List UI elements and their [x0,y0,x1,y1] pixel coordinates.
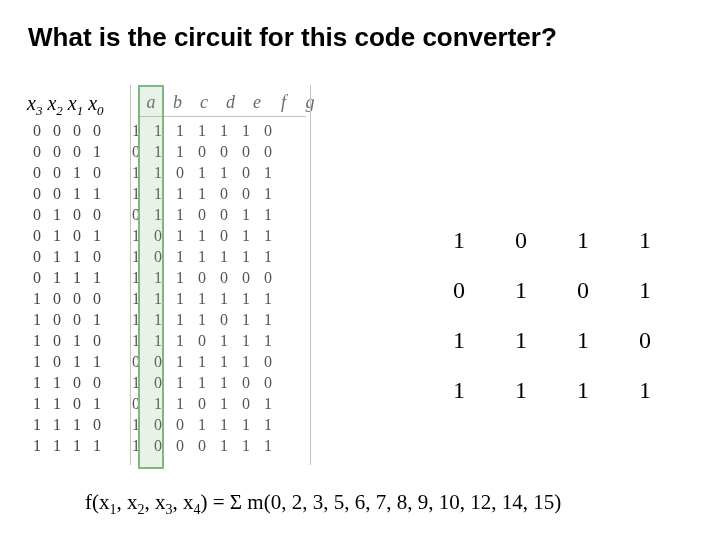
output-bit: 0 [125,351,147,372]
input-bit: 1 [67,162,87,183]
input-bit: 1 [67,414,87,435]
table-row: 11101001111 [27,414,279,435]
output-bit: 1 [169,183,191,204]
table-row: 10101110111 [27,330,279,351]
output-bit: 1 [235,288,257,309]
input-bit: 0 [67,204,87,225]
input-bit: 0 [47,120,67,141]
output-bit: 1 [147,183,169,204]
output-bit: 0 [213,204,235,225]
output-bit: 0 [257,351,279,372]
output-bit: 1 [169,309,191,330]
input-bit: 1 [27,288,47,309]
col-f: f [273,92,295,113]
input-bit: 1 [87,141,107,162]
page-title: What is the circuit for this code conver… [28,22,557,53]
input-bit: 1 [47,246,67,267]
col-e: e [246,92,268,113]
output-bit: 1 [257,414,279,435]
kmap-cell: 0 [552,265,614,315]
output-bit: 1 [125,267,147,288]
table-row: 01000110011 [27,204,279,225]
output-bit: 0 [257,141,279,162]
output-bit: 1 [191,414,213,435]
output-bit: 1 [235,225,257,246]
col-b: b [167,92,189,113]
output-bit: 0 [191,267,213,288]
table-row: 10001111111 [27,288,279,309]
input-bit: 0 [87,246,107,267]
kmap-cell: 1 [490,315,552,365]
output-bit: 0 [125,204,147,225]
input-bit: 0 [67,120,87,141]
input-bit: 1 [47,267,67,288]
output-bit: 0 [213,141,235,162]
input-bit: 1 [87,393,107,414]
output-bit: 0 [169,162,191,183]
input-bit: 0 [27,183,47,204]
input-bit: 0 [67,288,87,309]
output-bit: 1 [125,330,147,351]
output-bit: 1 [257,204,279,225]
output-bit: 1 [125,162,147,183]
output-bit: 1 [191,183,213,204]
output-bit: 0 [169,414,191,435]
output-bit: 1 [169,246,191,267]
input-bit: 0 [87,204,107,225]
output-bit: 1 [169,330,191,351]
input-bit: 0 [67,393,87,414]
kmap-cell: 0 [490,215,552,265]
input-bit: 0 [27,204,47,225]
kmap-cell: 1 [552,215,614,265]
output-bit: 1 [125,309,147,330]
output-bit: 1 [125,435,147,456]
input-bit: 1 [47,372,67,393]
output-bit: 1 [169,141,191,162]
input-bit: 1 [27,414,47,435]
output-bit: 1 [147,162,169,183]
output-bit: 1 [235,414,257,435]
input-bit: 1 [47,414,67,435]
output-bit: 1 [235,309,257,330]
output-bit: 1 [191,351,213,372]
output-bit: 1 [147,330,169,351]
col-d: d [220,92,242,113]
input-bit: 0 [27,141,47,162]
input-bit: 0 [87,414,107,435]
output-bit: 1 [125,414,147,435]
output-bit: 1 [235,351,257,372]
input-bit: 1 [67,183,87,204]
output-bit: 1 [191,288,213,309]
table-row: 00010110000 [27,141,279,162]
input-bit: 1 [27,309,47,330]
output-bit: 1 [191,372,213,393]
output-bit: 1 [213,351,235,372]
input-bit: 0 [27,246,47,267]
input-bit: 1 [87,267,107,288]
output-bit: 0 [147,372,169,393]
output-bit: 1 [235,246,257,267]
input-bit: 1 [27,372,47,393]
kmap-cell: 1 [552,365,614,415]
output-header-row: a b c d e f g [140,92,321,113]
input-bit: 0 [27,225,47,246]
input-bit: 0 [87,372,107,393]
output-bit: 0 [191,330,213,351]
output-bit: 1 [125,288,147,309]
input-bit: 1 [47,435,67,456]
output-bit: 1 [125,372,147,393]
output-bit: 1 [147,120,169,141]
kmap-cell: 0 [428,265,490,315]
output-bit: 1 [169,372,191,393]
output-bit: 1 [213,246,235,267]
output-bit: 1 [147,141,169,162]
output-bit: 0 [235,267,257,288]
kmap-cell: 1 [614,265,676,315]
input-bit: 0 [47,288,67,309]
kmap-cell: 1 [614,365,676,415]
input-bit: 1 [67,351,87,372]
output-bit: 0 [191,393,213,414]
output-bit: 1 [125,183,147,204]
output-bit: 1 [235,204,257,225]
output-bit: 0 [213,309,235,330]
